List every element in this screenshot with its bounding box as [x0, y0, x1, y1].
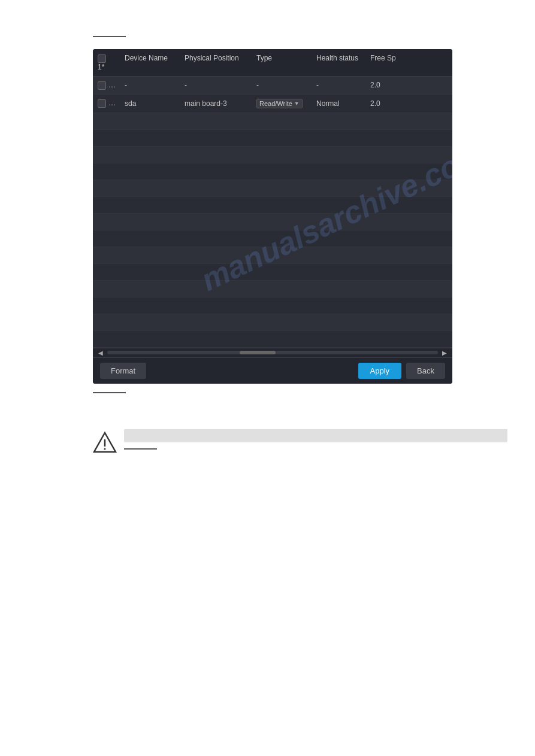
cell-device-1: sda	[120, 98, 180, 109]
scroll-left-button[interactable]: ◀	[96, 350, 105, 356]
page-wrapper: manualsarchive.com 1* Device Name Physic…	[0, 0, 535, 756]
empty-row	[93, 230, 452, 247]
scrollbar-track[interactable]	[107, 351, 438, 354]
cell-free-1: 2.0	[365, 98, 401, 109]
col-header-health: Health status	[312, 53, 365, 72]
empty-row	[93, 314, 452, 331]
col-header-device: Device Name	[120, 53, 180, 72]
warning-text-bar	[124, 429, 507, 442]
empty-row	[93, 180, 452, 197]
button-bar: Format Apply Back	[93, 357, 452, 384]
type-dropdown[interactable]: Read/Write ▼	[256, 99, 303, 108]
empty-row	[93, 281, 452, 297]
warning-icon-wrap	[93, 430, 117, 456]
empty-row	[93, 247, 452, 264]
dropdown-arrow-icon: ▼	[294, 101, 300, 107]
cell-health-all: -	[312, 80, 365, 90]
table-header: 1* Device Name Physical Position Type He…	[93, 49, 452, 77]
row-checkbox-all[interactable]	[98, 81, 106, 90]
cell-type-all: -	[252, 80, 312, 90]
scrollbar-thumb[interactable]	[240, 351, 276, 354]
warning-line-decoration	[124, 448, 157, 450]
cell-physical-1: main board-3	[180, 98, 252, 109]
empty-row	[93, 147, 452, 163]
cell-num-1: 1*	[93, 98, 120, 109]
cell-free-all: 2.0	[365, 80, 401, 90]
empty-row	[93, 163, 452, 180]
scroll-right-button[interactable]: ▶	[440, 350, 449, 356]
back-button[interactable]: Back	[406, 363, 445, 379]
warning-icon	[93, 430, 117, 454]
col-header-free: Free Sp	[365, 53, 401, 72]
table-container: 1* Device Name Physical Position Type He…	[93, 49, 452, 348]
col-header-physical: Physical Position	[180, 53, 252, 72]
format-button[interactable]: Format	[100, 363, 146, 379]
horizontal-scrollbar[interactable]: ◀ ▶	[93, 348, 452, 357]
cell-device-all: -	[120, 80, 180, 90]
cell-health-1: Normal	[312, 98, 365, 109]
table-row[interactable]: All - - - - 2.0	[93, 77, 452, 95]
cell-physical-all: -	[180, 80, 252, 90]
row-checkbox-1[interactable]	[98, 99, 106, 108]
warning-content	[124, 429, 535, 450]
empty-row	[93, 264, 452, 281]
table-row[interactable]: 1* sda main board-3 Read/Write ▼ Normal …	[93, 95, 452, 113]
cell-num-all: All	[93, 80, 120, 91]
col-header-num: 1*	[93, 53, 120, 72]
table-body: All - - - - 2.0 1* sda main board-3	[93, 77, 452, 348]
empty-row	[93, 130, 452, 147]
header-checkbox[interactable]	[98, 54, 106, 63]
empty-row	[93, 214, 452, 230]
bottom-line-decoration	[93, 392, 126, 393]
empty-rows	[93, 113, 452, 348]
col-header-type: Type	[252, 53, 312, 72]
svg-point-2	[104, 448, 106, 450]
warning-section	[93, 429, 535, 456]
right-button-group: Apply Back	[358, 363, 445, 379]
empty-row	[93, 113, 452, 130]
empty-row	[93, 197, 452, 214]
top-line-decoration	[93, 36, 126, 37]
apply-button[interactable]: Apply	[358, 363, 402, 379]
cell-type-1[interactable]: Read/Write ▼	[252, 98, 312, 110]
storage-panel: manualsarchive.com 1* Device Name Physic…	[93, 49, 452, 384]
empty-row	[93, 331, 452, 348]
empty-row	[93, 297, 452, 314]
